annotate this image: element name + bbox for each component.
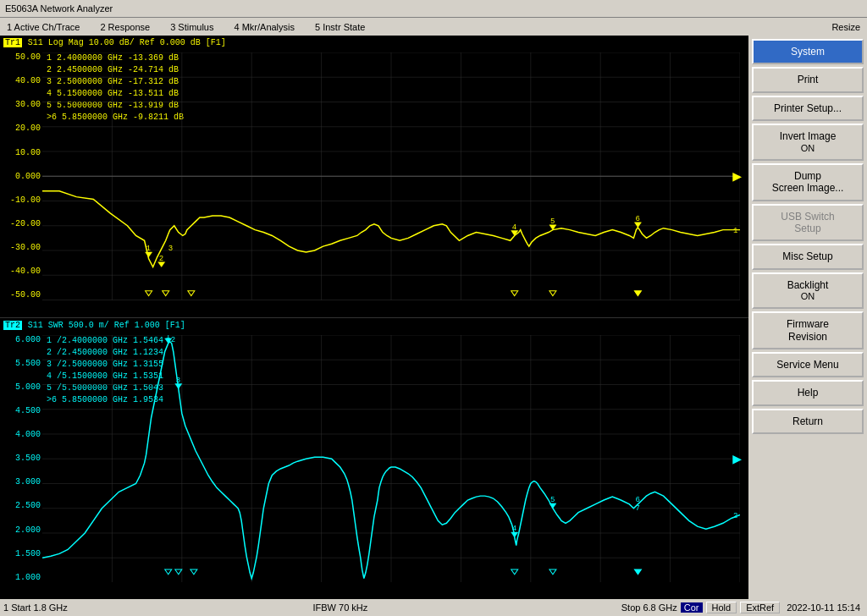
svg-text:1: 1 [146,245,151,253]
bottom-grid: 1 3 2 4 5 6 7 2 [42,335,740,583]
top-right-arrow: ▶ [732,167,742,185]
resize-button[interactable]: Resize [828,21,864,33]
title-bar: E5063A Network Analyzer [0,0,867,17]
sidebar-misc-setup-btn[interactable]: Misc Setup [752,244,864,269]
svg-text:3: 3 [168,245,173,253]
sidebar-invert-image-btn[interactable]: Invert ImageON [752,124,864,161]
sidebar-print-btn[interactable]: Print [752,67,864,92]
svg-text:1: 1 [166,335,170,341]
status-cor: Cor [681,602,703,613]
top-grid: 1 2 3 4 5 6 7 1 [42,52,740,300]
menu-stimulus[interactable]: 3 Stimulus [167,21,217,33]
svg-marker-75 [175,569,182,574]
svg-text:3: 3 [176,376,180,384]
backlight-on-label: ON [757,291,859,302]
svg-marker-36 [163,291,169,296]
chart-area: Tr1 S11 Log Mag 10.00 dB/ Ref 0.000 dB [… [0,36,748,599]
svg-marker-76 [191,569,197,574]
status-start: 1 Start 1.8 GHz [3,602,226,613]
svg-text:7: 7 [635,503,639,512]
top-y-axis: 50.00 40.00 30.00 20.00 10.00 0.000 -10.… [0,52,42,300]
svg-text:2: 2 [159,255,163,263]
svg-text:5: 5 [550,217,555,226]
svg-marker-37 [188,291,195,296]
menu-response[interactable]: 2 Response [97,21,153,33]
dump-screen-label: Screen Image... [772,182,844,194]
extref-button[interactable]: ExtRef [740,602,780,613]
svg-marker-40 [634,291,641,296]
datetime-display: 2022-10-11 15:14 [783,602,864,613]
bottom-chart-svg: 1 3 2 4 5 6 7 2 [42,335,740,583]
sidebar-firmware-btn[interactable]: FirmwareRevision [752,311,864,349]
sidebar-usb-switch-btn[interactable]: USB SwitchSetup [752,204,864,242]
sidebar-help-btn[interactable]: Help [752,380,864,405]
usb-switch-label: Setup [794,223,820,234]
sidebar: System Print Printer Setup... Invert Ima… [748,36,867,599]
status-stop: Stop 6.8 GHz [455,602,677,613]
svg-marker-77 [511,569,518,574]
svg-marker-35 [146,291,152,296]
svg-text:7: 7 [635,223,639,232]
svg-marker-74 [165,569,172,574]
sidebar-service-menu-btn[interactable]: Service Menu [752,352,864,377]
bottom-y-axis: 6.000 5.500 5.000 4.500 4.000 3.500 3.00… [0,335,42,583]
bottom-chart: Tr2 S11 SWR 500.0 m/ Ref 1.000 [F1] 1 /2… [0,318,748,600]
status-bar: 1 Start 1.8 GHz IFBW 70 kHz Stop 6.8 GHz… [0,599,867,616]
app-title: E5063A Network Analyzer [5,3,113,14]
svg-text:2: 2 [171,335,175,344]
menu-bar: 1 Active Ch/Trace 2 Response 3 Stimulus … [0,17,867,36]
sidebar-printer-setup-btn[interactable]: Printer Setup... [752,96,864,121]
sidebar-system-btn[interactable]: System [752,39,864,64]
invert-image-on-label: ON [757,143,859,154]
svg-text:5: 5 [550,496,555,504]
svg-text:6: 6 [635,215,639,223]
svg-text:1: 1 [733,227,737,235]
top-chart-svg: 1 2 3 4 5 6 7 1 [42,52,740,300]
svg-marker-79 [634,569,641,574]
svg-marker-39 [549,291,556,296]
sidebar-return-btn[interactable]: Return [752,409,864,434]
hold-button[interactable]: Hold [706,602,737,613]
menu-instr[interactable]: 5 Instr State [312,21,368,33]
sidebar-dump-screen-btn[interactable]: DumpScreen Image... [752,163,864,201]
svg-text:2: 2 [733,512,737,520]
main-area: Tr1 S11 Log Mag 10.00 dB/ Ref 0.000 dB [… [0,36,867,599]
sidebar-backlight-btn[interactable]: BacklightON [752,272,864,310]
bottom-chart-label: Tr2 S11 SWR 500.0 m/ Ref 1.000 [F1] [3,320,185,330]
svg-marker-78 [549,569,556,574]
top-chart: Tr1 S11 Log Mag 10.00 dB/ Ref 0.000 dB [… [0,36,748,318]
top-chart-label: Tr1 S11 Log Mag 10.00 dB/ Ref 0.000 dB [… [3,37,226,47]
firmware-revision-label: Revision [788,331,827,343]
svg-marker-38 [511,291,518,296]
bottom-right-arrow: ▶ [732,449,742,468]
svg-text:4: 4 [512,223,516,232]
svg-text:6: 6 [635,496,639,504]
svg-text:4: 4 [512,525,516,533]
menu-mkr[interactable]: 4 Mkr/Analysis [230,21,298,33]
status-ifbw: IFBW 70 kHz [229,602,452,613]
menu-active-ch[interactable]: 1 Active Ch/Trace [3,21,83,33]
